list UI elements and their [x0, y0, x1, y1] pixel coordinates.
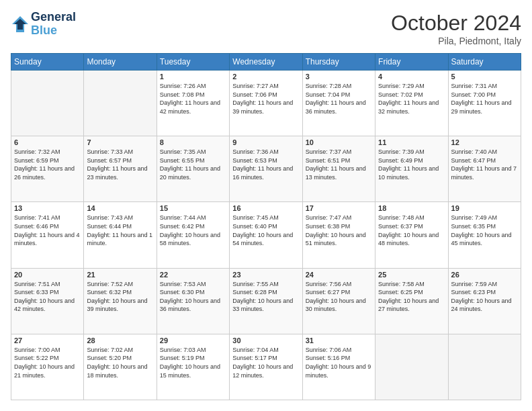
day-number: 13 — [14, 204, 81, 212]
calendar-cell — [448, 334, 521, 400]
title-area: October 2024 Pila, Piedmont, Italy — [391, 11, 521, 46]
weekday-header-thursday: Thursday — [302, 54, 375, 71]
weekday-header-wednesday: Wednesday — [230, 54, 302, 71]
day-info: Sunrise: 7:41 AM Sunset: 6:46 PM Dayligh… — [14, 214, 81, 247]
day-info: Sunrise: 7:36 AM Sunset: 6:53 PM Dayligh… — [232, 148, 299, 181]
day-number: 31 — [306, 336, 372, 345]
day-info: Sunrise: 7:32 AM Sunset: 6:59 PM Dayligh… — [14, 148, 81, 181]
header: General Blue October 2024 Pila, Piedmont… — [11, 11, 521, 46]
day-number: 9 — [232, 138, 299, 146]
calendar-cell: 3Sunrise: 7:28 AM Sunset: 7:04 PM Daylig… — [302, 71, 375, 136]
location: Pila, Piedmont, Italy — [391, 36, 521, 46]
calendar-cell: 22Sunrise: 7:53 AM Sunset: 6:30 PM Dayli… — [157, 268, 229, 334]
day-info: Sunrise: 7:35 AM Sunset: 6:55 PM Dayligh… — [160, 148, 226, 181]
day-number: 4 — [378, 73, 445, 81]
weekday-header-friday: Friday — [375, 54, 448, 71]
day-number: 16 — [232, 204, 299, 212]
calendar-cell: 10Sunrise: 7:37 AM Sunset: 6:51 PM Dayli… — [302, 136, 375, 202]
day-info: Sunrise: 7:56 AM Sunset: 6:27 PM Dayligh… — [306, 280, 372, 314]
calendar-cell: 13Sunrise: 7:41 AM Sunset: 6:46 PM Dayli… — [11, 202, 84, 268]
calendar-cell — [375, 334, 448, 400]
calendar-cell: 23Sunrise: 7:55 AM Sunset: 6:28 PM Dayli… — [230, 268, 302, 334]
day-number: 23 — [232, 271, 299, 279]
calendar-cell: 9Sunrise: 7:36 AM Sunset: 6:53 PM Daylig… — [230, 136, 302, 202]
weekday-header-monday: Monday — [84, 54, 157, 71]
day-number: 28 — [87, 336, 153, 345]
day-info: Sunrise: 7:06 AM Sunset: 5:16 PM Dayligh… — [306, 346, 372, 379]
day-number: 14 — [87, 204, 153, 212]
calendar-cell: 5Sunrise: 7:31 AM Sunset: 7:00 PM Daylig… — [448, 71, 521, 136]
day-info: Sunrise: 7:26 AM Sunset: 7:08 PM Dayligh… — [160, 82, 226, 116]
day-number: 3 — [306, 73, 372, 81]
day-info: Sunrise: 7:33 AM Sunset: 6:57 PM Dayligh… — [87, 148, 153, 181]
calendar-cell: 20Sunrise: 7:51 AM Sunset: 6:33 PM Dayli… — [11, 268, 84, 334]
week-row-0: 1Sunrise: 7:26 AM Sunset: 7:08 PM Daylig… — [11, 71, 521, 136]
day-number: 26 — [451, 271, 518, 279]
calendar-cell: 31Sunrise: 7:06 AM Sunset: 5:16 PM Dayli… — [302, 334, 375, 400]
day-number: 7 — [87, 138, 153, 146]
calendar-cell: 6Sunrise: 7:32 AM Sunset: 6:59 PM Daylig… — [11, 136, 84, 202]
calendar-cell: 29Sunrise: 7:03 AM Sunset: 5:19 PM Dayli… — [157, 334, 229, 400]
day-number: 15 — [160, 204, 226, 212]
calendar-cell: 30Sunrise: 7:04 AM Sunset: 5:17 PM Dayli… — [230, 334, 302, 400]
calendar: SundayMondayTuesdayWednesdayThursdayFrid… — [11, 53, 521, 400]
day-info: Sunrise: 7:49 AM Sunset: 6:35 PM Dayligh… — [451, 214, 518, 247]
logo-icon — [11, 15, 30, 34]
calendar-cell: 11Sunrise: 7:39 AM Sunset: 6:49 PM Dayli… — [375, 136, 448, 202]
calendar-cell: 19Sunrise: 7:49 AM Sunset: 6:35 PM Dayli… — [448, 202, 521, 268]
day-number: 17 — [306, 204, 372, 212]
day-info: Sunrise: 7:58 AM Sunset: 6:25 PM Dayligh… — [378, 280, 445, 314]
weekday-header-tuesday: Tuesday — [157, 54, 229, 71]
weekday-header-row: SundayMondayTuesdayWednesdayThursdayFrid… — [11, 54, 521, 71]
day-info: Sunrise: 7:40 AM Sunset: 6:47 PM Dayligh… — [451, 148, 518, 181]
day-number: 8 — [160, 138, 226, 146]
day-info: Sunrise: 7:43 AM Sunset: 6:44 PM Dayligh… — [87, 214, 153, 247]
day-info: Sunrise: 7:02 AM Sunset: 5:20 PM Dayligh… — [87, 346, 153, 379]
day-number: 2 — [232, 73, 299, 81]
calendar-cell: 17Sunrise: 7:47 AM Sunset: 6:38 PM Dayli… — [302, 202, 375, 268]
calendar-cell: 27Sunrise: 7:00 AM Sunset: 5:22 PM Dayli… — [11, 334, 84, 400]
day-info: Sunrise: 7:45 AM Sunset: 6:40 PM Dayligh… — [232, 214, 299, 247]
weekday-header-saturday: Saturday — [448, 54, 521, 71]
day-number: 18 — [378, 204, 445, 212]
calendar-cell: 8Sunrise: 7:35 AM Sunset: 6:55 PM Daylig… — [157, 136, 229, 202]
calendar-cell — [11, 71, 84, 136]
page: General Blue October 2024 Pila, Piedmont… — [0, 0, 532, 411]
calendar-cell: 1Sunrise: 7:26 AM Sunset: 7:08 PM Daylig… — [157, 71, 229, 136]
week-row-2: 13Sunrise: 7:41 AM Sunset: 6:46 PM Dayli… — [11, 202, 521, 268]
week-row-4: 27Sunrise: 7:00 AM Sunset: 5:22 PM Dayli… — [11, 334, 521, 400]
calendar-cell: 28Sunrise: 7:02 AM Sunset: 5:20 PM Dayli… — [84, 334, 157, 400]
calendar-cell: 12Sunrise: 7:40 AM Sunset: 6:47 PM Dayli… — [448, 136, 521, 202]
calendar-cell: 25Sunrise: 7:58 AM Sunset: 6:25 PM Dayli… — [375, 268, 448, 334]
day-info: Sunrise: 7:59 AM Sunset: 6:23 PM Dayligh… — [451, 280, 518, 314]
calendar-cell: 16Sunrise: 7:45 AM Sunset: 6:40 PM Dayli… — [230, 202, 302, 268]
day-number: 19 — [451, 204, 518, 212]
calendar-cell: 18Sunrise: 7:48 AM Sunset: 6:37 PM Dayli… — [375, 202, 448, 268]
calendar-cell: 2Sunrise: 7:27 AM Sunset: 7:06 PM Daylig… — [230, 71, 302, 136]
day-number: 25 — [378, 271, 445, 279]
day-number: 11 — [378, 138, 445, 146]
day-number: 24 — [306, 271, 372, 279]
day-info: Sunrise: 7:48 AM Sunset: 6:37 PM Dayligh… — [378, 214, 445, 247]
day-info: Sunrise: 7:28 AM Sunset: 7:04 PM Dayligh… — [306, 82, 372, 116]
calendar-cell: 4Sunrise: 7:29 AM Sunset: 7:02 PM Daylig… — [375, 71, 448, 136]
calendar-cell: 15Sunrise: 7:44 AM Sunset: 6:42 PM Dayli… — [157, 202, 229, 268]
day-info: Sunrise: 7:37 AM Sunset: 6:51 PM Dayligh… — [306, 148, 372, 181]
day-number: 21 — [87, 271, 153, 279]
day-info: Sunrise: 7:52 AM Sunset: 6:32 PM Dayligh… — [87, 280, 153, 314]
month-title: October 2024 — [391, 11, 521, 36]
day-number: 10 — [306, 138, 372, 146]
day-info: Sunrise: 7:00 AM Sunset: 5:22 PM Dayligh… — [14, 346, 81, 379]
day-info: Sunrise: 7:51 AM Sunset: 6:33 PM Dayligh… — [14, 280, 81, 314]
calendar-cell: 21Sunrise: 7:52 AM Sunset: 6:32 PM Dayli… — [84, 268, 157, 334]
day-info: Sunrise: 7:27 AM Sunset: 7:06 PM Dayligh… — [232, 82, 299, 116]
weekday-header-sunday: Sunday — [11, 54, 84, 71]
logo-text: General Blue — [31, 11, 76, 38]
day-number: 29 — [160, 336, 226, 345]
day-number: 27 — [14, 336, 81, 345]
calendar-cell: 24Sunrise: 7:56 AM Sunset: 6:27 PM Dayli… — [302, 268, 375, 334]
calendar-cell: 26Sunrise: 7:59 AM Sunset: 6:23 PM Dayli… — [448, 268, 521, 334]
day-info: Sunrise: 7:04 AM Sunset: 5:17 PM Dayligh… — [232, 346, 299, 379]
day-info: Sunrise: 7:47 AM Sunset: 6:38 PM Dayligh… — [306, 214, 372, 247]
day-number: 22 — [160, 271, 226, 279]
